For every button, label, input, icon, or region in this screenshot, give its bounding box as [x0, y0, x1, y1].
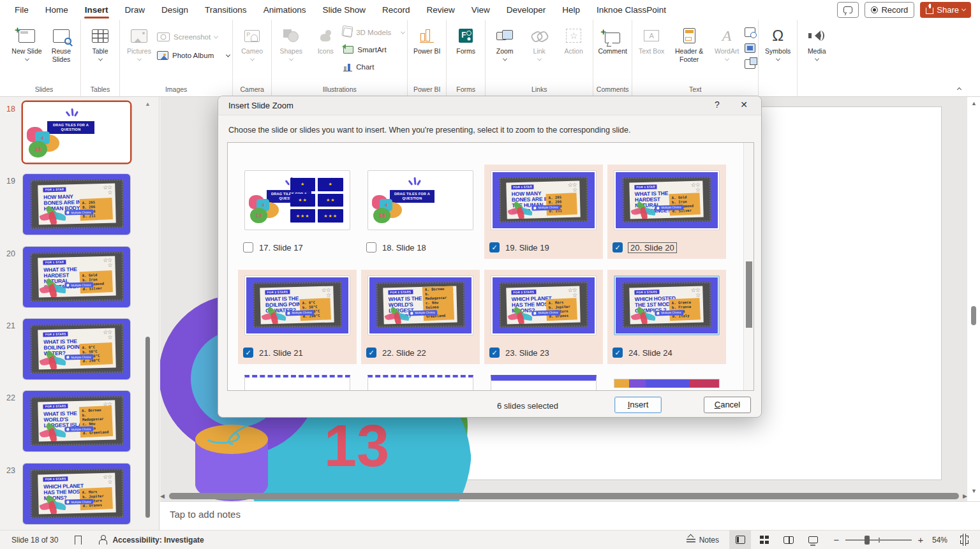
- text-box-button[interactable]: A Text Box: [635, 22, 668, 81]
- help-button[interactable]: ?: [710, 99, 724, 112]
- menu-tab[interactable]: File: [6, 0, 37, 20]
- zoom-slider[interactable]: [845, 539, 912, 541]
- slide-18-label[interactable]: 18. Slide 18: [382, 243, 426, 253]
- menu-tab[interactable]: Home: [37, 0, 77, 20]
- photo-album-button[interactable]: Photo Album: [157, 48, 230, 62]
- scroll-up-icon[interactable]: ▲: [145, 101, 151, 107]
- slide-card-22[interactable]: FOR 2 STARS ☆☆ ☆ WHAT IS THE WORLD'S LAR…: [361, 270, 480, 364]
- fit-slide-to-window-button[interactable]: [960, 536, 969, 544]
- header-footer-button[interactable]: Header & Footer: [669, 22, 709, 81]
- menu-tab[interactable]: Transitions: [197, 0, 255, 20]
- slide-22-label[interactable]: 22. Slide 22: [382, 348, 426, 358]
- wordart-button[interactable]: A WordArt: [710, 22, 743, 81]
- date-time-button[interactable]: [745, 27, 755, 37]
- bookmark-icon[interactable]: [75, 536, 82, 545]
- normal-view-button[interactable]: [729, 531, 751, 549]
- chart-button[interactable]: Chart: [343, 60, 374, 74]
- link-button[interactable]: Link: [523, 22, 556, 81]
- menu-tab[interactable]: Inknoe ClassPoint: [588, 0, 674, 20]
- notes-placeholder[interactable]: Tap to add notes: [170, 509, 241, 520]
- slide-card-18[interactable]: DRAG TILES FOR A QUESTION 4 13 18. Slide…: [361, 165, 480, 259]
- slide-number-button[interactable]: [745, 43, 755, 53]
- dialog-titlebar[interactable]: Insert Slide Zoom ? ✕: [218, 96, 761, 115]
- zoom-in-button[interactable]: +: [917, 534, 924, 545]
- symbols-button[interactable]: Ω Symbols: [761, 22, 794, 81]
- notes-toggle-button[interactable]: Notes: [679, 536, 727, 545]
- slide-card-26-partial[interactable]: [368, 375, 473, 391]
- scroll-up-icon[interactable]: ▲: [971, 101, 977, 106]
- slide-sorter-view-button[interactable]: [754, 531, 775, 549]
- screenshot-button[interactable]: Screenshot: [157, 30, 218, 44]
- accessibility-status[interactable]: Accessibility: Investigate: [98, 535, 204, 545]
- menu-tab[interactable]: Insert: [77, 0, 117, 20]
- close-icon[interactable]: ✕: [737, 99, 751, 112]
- zoom-out-button[interactable]: −: [833, 534, 840, 545]
- menu-tab[interactable]: Slide Show: [314, 0, 374, 20]
- share-button[interactable]: Share: [920, 2, 971, 18]
- slide-24-label[interactable]: 24. Slide 24: [628, 348, 672, 358]
- panel-scrollbar[interactable]: ▲: [144, 97, 152, 530]
- new-slide-button[interactable]: + New Slide: [10, 22, 43, 81]
- menu-tab[interactable]: View: [463, 0, 498, 20]
- scroll-left-icon[interactable]: ◀: [160, 494, 165, 499]
- insert-button[interactable]: Insert: [614, 397, 662, 413]
- zoom-slider-thumb[interactable]: [865, 536, 870, 545]
- slide-18-checkbox[interactable]: [366, 242, 376, 253]
- 3d-models-button[interactable]: 3D Models: [343, 26, 405, 40]
- record-button[interactable]: Record: [865, 2, 914, 18]
- menu-tab[interactable]: Record: [374, 0, 419, 20]
- cancel-button[interactable]: Cancel: [704, 397, 751, 413]
- cameo-button[interactable]: Cameo: [235, 22, 269, 81]
- panel-scrollbar-thumb[interactable]: [145, 337, 150, 518]
- menu-tab[interactable]: Help: [554, 0, 588, 20]
- shapes-button[interactable]: Shapes: [274, 22, 308, 81]
- slide-20-checkbox[interactable]: ✓: [612, 242, 623, 253]
- dialog-scrollbar-thumb[interactable]: [746, 261, 752, 328]
- slide-card-28-partial[interactable]: [614, 379, 720, 388]
- scroll-down-icon[interactable]: ▼: [971, 488, 977, 494]
- menu-tab[interactable]: Design: [153, 0, 197, 20]
- slide-card-25-partial[interactable]: [244, 375, 350, 391]
- collapse-ribbon-button[interactable]: [958, 82, 961, 94]
- scroll-right-icon[interactable]: ▶: [963, 494, 967, 499]
- cylinder-shape[interactable]: [195, 425, 268, 501]
- slideshow-view-button[interactable]: [802, 531, 824, 549]
- object-button[interactable]: [745, 59, 755, 69]
- menu-tab[interactable]: Developer: [498, 0, 554, 20]
- vertical-scrollbar-thumb[interactable]: [971, 306, 976, 325]
- slide-19-checkbox[interactable]: ✓: [489, 242, 500, 253]
- menu-tab[interactable]: Animations: [255, 0, 315, 20]
- reuse-slides-button[interactable]: Reuse Slides: [45, 22, 78, 81]
- slide-19-label[interactable]: 19. Slide 19: [505, 243, 549, 253]
- comment-button[interactable]: Comment: [596, 22, 629, 81]
- icons-button[interactable]: Icons: [309, 22, 342, 81]
- dialog-scrollbar[interactable]: [743, 143, 754, 390]
- slide-23-checkbox[interactable]: ✓: [489, 348, 500, 358]
- slide-21-label[interactable]: 21. Slide 21: [259, 348, 303, 358]
- zoom-level[interactable]: 54%: [927, 536, 953, 545]
- menu-tab[interactable]: Review: [419, 0, 463, 20]
- slide-23-label[interactable]: 23. Slide 23: [505, 348, 549, 358]
- slide-card-20[interactable]: FOR 1 STAR ☆☆ ☆ WHAT IS THE HARDEST NATU…: [607, 165, 726, 259]
- pictures-button[interactable]: Pictures: [122, 22, 156, 81]
- slide-card-24[interactable]: FOR 3 STARS ☆☆ ☆ WHICH HOSTED THE 1ST MO…: [607, 270, 726, 364]
- horizontal-scrollbar[interactable]: ◀ ▶: [160, 492, 967, 500]
- forms-button[interactable]: Forms: [449, 22, 482, 81]
- media-button[interactable]: Media: [800, 22, 833, 81]
- slide-card-27-partial[interactable]: [491, 375, 597, 391]
- slide-20-label[interactable]: 20. Slide 20: [628, 243, 676, 253]
- menu-tab[interactable]: Draw: [117, 0, 154, 20]
- slide-17-checkbox[interactable]: [243, 242, 253, 253]
- power-bi-button[interactable]: Power BI: [410, 22, 443, 81]
- notes-panel[interactable]: Tap to add notes: [160, 501, 980, 530]
- slide-card-17[interactable]: DRAG TILES FOR A QUESTION 4 13 ★★ ★★★★ ★…: [238, 165, 357, 259]
- horizontal-scrollbar-thumb[interactable]: [169, 493, 959, 499]
- slide-21-checkbox[interactable]: ✓: [243, 348, 253, 358]
- slide-24-checkbox[interactable]: ✓: [612, 348, 623, 358]
- slide-card-21[interactable]: FOR 2 STARS ☆☆ ☆ WHAT IS THE BOILING POI…: [238, 270, 357, 364]
- vertical-scrollbar[interactable]: ▲ ▼ ▲▲ ▼: [969, 97, 979, 518]
- slide-22-checkbox[interactable]: ✓: [366, 348, 376, 358]
- action-button[interactable]: ☆ Action: [557, 22, 590, 81]
- slide-17-label[interactable]: 17. Slide 17: [259, 243, 303, 253]
- table-button[interactable]: Table: [84, 22, 117, 81]
